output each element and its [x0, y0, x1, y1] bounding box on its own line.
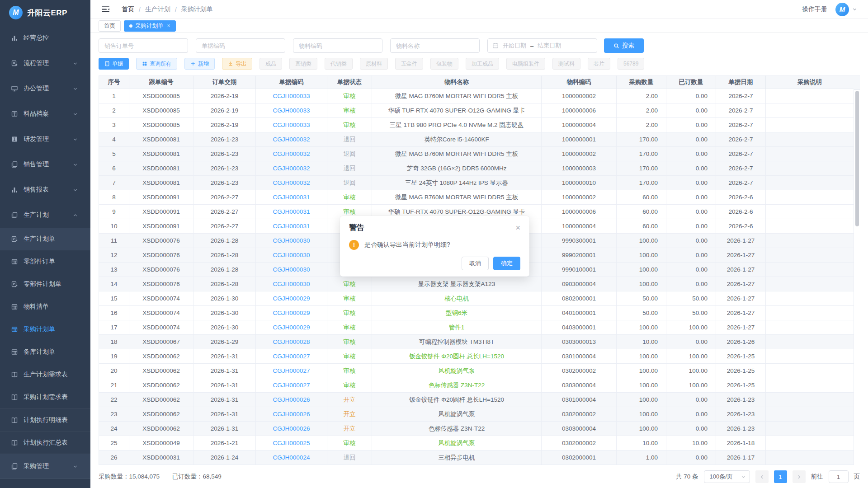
sidebar-item-rnd-mgmt[interactable]: 研发管理 [0, 127, 90, 152]
sidebar-item-material-list[interactable]: 物料清单 [0, 296, 90, 318]
document-button[interactable]: 单据 [99, 58, 129, 70]
doc-code-link[interactable]: CGJH000033 [273, 107, 310, 114]
doc-code-link[interactable]: CGJH000032 [273, 165, 310, 172]
search-input-doc-code[interactable] [196, 38, 285, 53]
sidebar-item-parts-order[interactable]: 零部件订单 [0, 250, 90, 273]
page-size-select[interactable]: 100条/页 [704, 470, 750, 483]
current-page-button[interactable]: 1 [774, 470, 787, 483]
table-cell [766, 378, 854, 393]
query-all-button[interactable]: 查询所有 [136, 58, 177, 70]
table-cell: 0.00 [666, 407, 716, 422]
doc-code-link[interactable]: CGJH000029 [273, 324, 310, 331]
table-cell: 100.00 [617, 248, 666, 263]
next-page-button[interactable] [793, 470, 806, 483]
filter-button[interactable]: 五金件 [395, 58, 423, 70]
doc-code-link[interactable]: CGJH000031 [273, 208, 310, 215]
filter-button[interactable]: 加工成品 [466, 58, 499, 70]
table-cell: 2026-1-27 [716, 248, 766, 263]
sidebar-item-purchase-mgmt[interactable]: 采购管理 [0, 454, 90, 479]
status-badge: 审核 [344, 324, 356, 331]
sidebar-item-plan-exec-summary[interactable]: 计划执行汇总表 [0, 431, 90, 454]
sidebar-item-process-mgmt[interactable]: 流程管理 [0, 51, 90, 76]
doc-code-link[interactable]: CGJH000032 [273, 150, 310, 157]
date-range-picker[interactable]: 开始日期–结束日期 [487, 38, 597, 53]
export-button[interactable]: 导出 [222, 58, 252, 70]
manual-link[interactable]: 操作手册 [802, 5, 827, 14]
sidebar-item-production-plan-demand[interactable]: 生产计划需求表 [0, 363, 90, 386]
doc-code-link[interactable]: CGJH000032 [273, 136, 310, 143]
breadcrumb-item[interactable]: 首页 [122, 5, 134, 14]
sidebar-item-production-plan-order[interactable]: 生产计划单 [0, 228, 90, 250]
doc-code-link[interactable]: CGJH000033 [273, 93, 310, 99]
search-button[interactable]: 搜索 [604, 38, 644, 53]
cell-value: 18 [110, 338, 117, 345]
sidebar-item-workshop-settings[interactable]: 车间设置 [0, 479, 90, 488]
table-cell: 三相异步电机 [372, 450, 542, 465]
sidebar-item-office-mgmt[interactable]: 办公管理 [0, 76, 90, 101]
confirm-button[interactable]: 确定 [493, 257, 520, 270]
table-cell: CGJH000030 [256, 263, 327, 277]
doc-code-link[interactable]: CGJH000032 [273, 179, 310, 186]
sidebar-item-sales-report[interactable]: 销售报表 [0, 177, 90, 202]
filter-button[interactable]: 电脑组装件 [506, 58, 545, 70]
doc-code-link[interactable]: CGJH000025 [273, 440, 310, 446]
doc-code-link[interactable]: CGJH000030 [273, 237, 310, 244]
doc-code-link[interactable]: CGJH000031 [273, 194, 310, 201]
search-input-material-name[interactable] [390, 38, 480, 53]
search-input-material-code[interactable] [293, 38, 382, 53]
table-cell: 16 [99, 306, 129, 320]
tab-home[interactable]: 首页 [99, 20, 121, 32]
table-cell: CGJH000033 [256, 118, 327, 132]
avatar[interactable]: M [835, 3, 849, 16]
doc-code-link[interactable]: CGJH000029 [273, 310, 310, 316]
table-scrollbar[interactable] [855, 91, 859, 226]
doc-code-link[interactable]: CGJH000033 [273, 122, 310, 128]
add-button[interactable]: 新增 [184, 58, 215, 70]
cancel-button[interactable]: 取消 [462, 257, 489, 270]
doc-code-link[interactable]: CGJH000030 [273, 266, 310, 273]
sidebar-item-purchase-plan-order[interactable]: 采购计划单 [0, 318, 90, 341]
close-icon[interactable]: × [515, 224, 520, 232]
doc-code-link[interactable]: CGJH000027 [273, 382, 310, 389]
doc-code-link[interactable]: CGJH000027 [273, 353, 310, 360]
filter-button[interactable]: 直销类 [289, 58, 317, 70]
table-cell: CGJH000033 [256, 89, 327, 103]
goto-page-input[interactable] [829, 470, 849, 483]
filter-button[interactable]: 测试料 [552, 58, 580, 70]
sidebar-item-overview[interactable]: 经营总控 [0, 25, 90, 51]
doc-code-link[interactable]: CGJH000028 [273, 338, 310, 345]
collapse-menu-icon[interactable] [101, 5, 110, 13]
filter-button[interactable]: 原材料 [360, 58, 388, 70]
doc-code-link[interactable]: CGJH000026 [273, 425, 310, 432]
filter-button[interactable]: 成品 [259, 58, 282, 70]
sidebar-item-production-plan[interactable]: 生产计划 [0, 202, 90, 228]
filter-button[interactable]: 代销类 [325, 58, 353, 70]
cell-value: 10.00 [692, 440, 708, 446]
prev-page-button[interactable] [755, 470, 769, 483]
chevron-down-icon[interactable] [852, 7, 857, 12]
doc-code-link[interactable]: CGJH000029 [273, 295, 310, 302]
doc-code-link[interactable]: CGJH000031 [273, 223, 310, 230]
close-tab-icon[interactable]: × [167, 23, 170, 29]
doc-code-link[interactable]: CGJH000030 [273, 252, 310, 258]
doc-code-link[interactable]: CGJH000026 [273, 411, 310, 418]
table-cell: 2026-1-25 [716, 378, 766, 393]
doc-code-link[interactable]: CGJH000027 [273, 367, 310, 374]
breadcrumb-item[interactable]: 生产计划 [145, 5, 170, 14]
sidebar-item-stock-plan-order[interactable]: 备库计划单 [0, 341, 90, 363]
filter-button[interactable]: 56789 [618, 58, 644, 70]
filter-button[interactable]: 芯片 [588, 58, 610, 70]
sidebar-item-sales-mgmt[interactable]: 销售管理 [0, 152, 90, 177]
doc-code-link[interactable]: CGJH000026 [273, 396, 310, 403]
sidebar-item-plan-exec-detail[interactable]: 计划执行明细表 [0, 408, 90, 431]
search-input-sales-order-no[interactable] [99, 38, 188, 53]
sidebar-item-purchase-plan-demand[interactable]: 采购计划需求表 [0, 386, 90, 408]
sidebar-item-material-archive[interactable]: 料品档案 [0, 101, 90, 127]
tab-purchase-plan-order[interactable]: 采购计划单× [124, 20, 176, 32]
doc-code-link[interactable]: CGJH000030 [273, 281, 310, 287]
table-cell: 1 [99, 89, 129, 103]
sidebar-item-parts-plan-order[interactable]: 零部件计划单 [0, 273, 90, 296]
filter-button[interactable]: 包装物 [430, 58, 458, 70]
table-cell: 0.00 [666, 176, 716, 190]
doc-code-link[interactable]: CGJH000024 [273, 454, 310, 461]
